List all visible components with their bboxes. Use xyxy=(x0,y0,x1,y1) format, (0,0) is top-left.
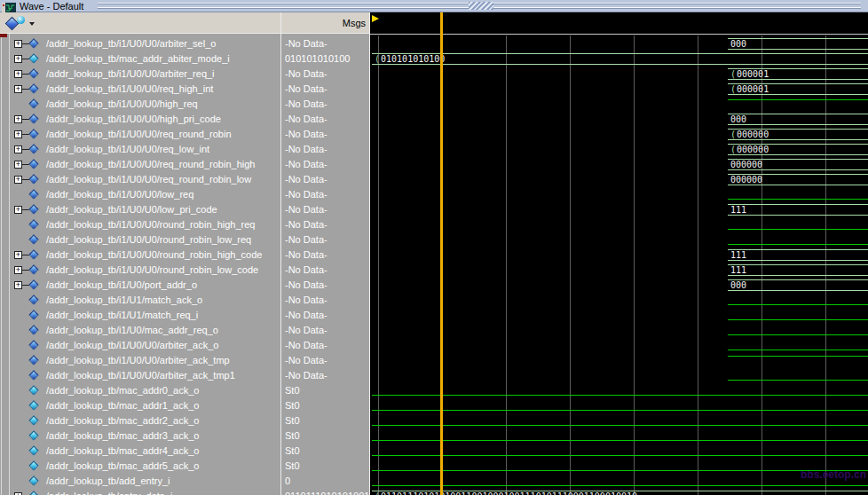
signal-value[interactable]: St0 xyxy=(281,459,369,474)
signal-row[interactable]: +/addr_lookup_tb/i1/U0/U0/req_low_int xyxy=(11,142,280,157)
signal-value[interactable]: St0 xyxy=(281,383,369,398)
signal-value[interactable]: 010101010100 xyxy=(281,51,369,67)
signal-value[interactable]: -No Data- xyxy=(281,263,369,278)
signal-row[interactable]: +/addr_lookup_tb/i1/U0/U0/high_pri_code xyxy=(11,112,280,127)
signal-row[interactable]: /addr_lookup_tb/i1/U0/U0/low_req xyxy=(11,187,280,202)
signal-value[interactable]: -No Data- xyxy=(281,323,369,338)
signal-value[interactable]: -No Data- xyxy=(281,157,369,172)
signal-value[interactable]: 0110111010101001100100010011101011100011… xyxy=(281,489,369,495)
expand-toggle[interactable]: + xyxy=(14,251,22,259)
wave-row[interactable] xyxy=(370,323,868,338)
wave-row[interactable]: 111 xyxy=(370,263,868,278)
signal-names-pane[interactable]: +/addr_lookup_tb/i1/U0/U0/arbiter_sel_o+… xyxy=(11,34,280,495)
signal-row[interactable]: /addr_lookup_tb/i1/U0/U0/arbiter_ack_tmp xyxy=(11,353,280,368)
signal-row[interactable]: +/addr_lookup_tb/i1/U0/port_addr_o xyxy=(11,278,280,293)
expand-toggle[interactable]: + xyxy=(14,85,22,93)
wave-row[interactable] xyxy=(370,428,868,444)
wave-row[interactable] xyxy=(370,413,868,428)
signal-row[interactable]: +/addr_lookup_tb/i1/U0/U0/req_round_robi… xyxy=(11,157,280,172)
signal-row[interactable]: +/addr_lookup_tb/i1/U0/U0/req_high_int xyxy=(11,82,280,97)
expand-toggle[interactable]: + xyxy=(14,281,22,289)
signal-row[interactable]: +/addr_lookup_tb/i1/U0/U0/arbiter_sel_o xyxy=(11,36,280,51)
signal-row[interactable]: +/addr_lookup_tb/i1/U0/U0/round_robin_hi… xyxy=(11,248,280,263)
signal-row[interactable]: +/addr_lookup_tb/i1/U0/U0/round_robin_lo… xyxy=(11,263,280,278)
expand-toggle[interactable]: + xyxy=(14,115,22,123)
expand-toggle[interactable]: + xyxy=(14,40,22,48)
signal-row[interactable]: +/addr_lookup_tb/i1/U0/U0/arbiter_req_i xyxy=(11,67,280,82)
expand-toggle[interactable]: + xyxy=(14,145,22,153)
expand-toggle[interactable]: + xyxy=(14,266,22,274)
wave-row[interactable]: (000001 xyxy=(370,67,868,82)
wave-row[interactable]: (000000 xyxy=(370,142,868,157)
signal-row[interactable]: +/addr_lookup_tb/mac_addr_abiter_mode_i xyxy=(11,51,280,67)
wave-row[interactable]: 111 xyxy=(370,202,868,217)
wave-row[interactable]: 000000 xyxy=(370,172,868,187)
column-splitter[interactable] xyxy=(280,12,281,495)
signal-value[interactable]: St0 xyxy=(281,428,369,444)
signal-row[interactable]: /addr_lookup_tb/i1/U0/U0/high_req xyxy=(11,97,280,112)
signal-value[interactable]: -No Data- xyxy=(281,187,369,202)
cursor-flag-icon[interactable] xyxy=(372,15,379,22)
wave-row[interactable]: 000000 xyxy=(370,157,868,172)
wave-row[interactable]: (010101010100 xyxy=(370,51,868,67)
signal-row[interactable]: /addr_lookup_tb/mac_addr4_ack_o xyxy=(11,444,280,459)
wave-row[interactable] xyxy=(370,474,868,489)
wave-rows[interactable]: 000(010101010100(000001(000001000(000000… xyxy=(370,36,868,495)
wave-row[interactable]: (000001 xyxy=(370,82,868,97)
signal-value[interactable]: -No Data- xyxy=(281,308,369,323)
signal-value[interactable]: -No Data- xyxy=(281,248,369,263)
titlebar-hatch[interactable] xyxy=(469,2,493,10)
signal-value[interactable]: -No Data- xyxy=(281,368,369,383)
signal-value[interactable]: St0 xyxy=(281,398,369,413)
signal-row[interactable]: /addr_lookup_tb/i1/U1/match_ack_o xyxy=(11,293,280,308)
signal-value[interactable]: -No Data- xyxy=(281,127,369,142)
signal-row[interactable]: /addr_lookup_tb/i1/U0/U0/arbiter_ack_o xyxy=(11,338,280,353)
signal-row[interactable]: +/addr_lookup_tb/entry_data_i xyxy=(11,489,280,495)
wave-row[interactable] xyxy=(370,459,868,474)
signal-row[interactable]: /addr_lookup_tb/i1/U0/mac_addr_req_o xyxy=(11,323,280,338)
expand-toggle[interactable]: + xyxy=(14,70,22,78)
signal-value[interactable]: -No Data- xyxy=(281,202,369,217)
wave-row[interactable] xyxy=(370,293,868,308)
expand-toggle[interactable]: + xyxy=(14,55,22,63)
expand-toggle[interactable]: + xyxy=(14,206,22,214)
wave-row[interactable] xyxy=(370,217,868,232)
signal-value[interactable]: -No Data- xyxy=(281,172,369,187)
signal-row[interactable]: +/addr_lookup_tb/i1/U0/U0/req_round_robi… xyxy=(11,127,280,142)
signal-row[interactable]: /addr_lookup_tb/add_entry_i xyxy=(11,474,280,489)
signal-value[interactable]: -No Data- xyxy=(281,36,369,51)
wave-row[interactable]: 000 xyxy=(370,112,868,127)
signal-value[interactable]: -No Data- xyxy=(281,82,369,97)
titlebar[interactable]: Wave - Default xyxy=(0,0,868,12)
wave-row[interactable] xyxy=(370,308,868,323)
wave-row[interactable]: 000 xyxy=(370,36,868,51)
wave-row[interactable] xyxy=(370,187,868,202)
wave-row[interactable] xyxy=(370,232,868,248)
signal-row[interactable]: /addr_lookup_tb/i1/U0/U0/round_robin_hig… xyxy=(11,217,280,232)
signal-row[interactable]: +/addr_lookup_tb/i1/U0/U0/req_round_robi… xyxy=(11,172,280,187)
signal-value[interactable]: -No Data- xyxy=(281,338,369,353)
signal-value[interactable]: -No Data- xyxy=(281,278,369,293)
signal-row[interactable]: /addr_lookup_tb/mac_addr2_ack_o xyxy=(11,413,280,428)
signal-row[interactable]: /addr_lookup_tb/mac_addr1_ack_o xyxy=(11,398,280,413)
wave-row[interactable] xyxy=(370,398,868,413)
wave-row[interactable] xyxy=(370,444,868,459)
time-cursor[interactable] xyxy=(440,12,443,495)
wave-row[interactable]: 111 xyxy=(370,248,868,263)
signal-values-pane[interactable]: -No Data-010101010100-No Data--No Data--… xyxy=(281,34,369,495)
wave-row[interactable]: 000 xyxy=(370,278,868,293)
signal-value[interactable]: -No Data- xyxy=(281,112,369,127)
expand-toggle[interactable]: + xyxy=(14,130,22,138)
wave-row[interactable] xyxy=(370,353,868,368)
signal-row[interactable]: /addr_lookup_tb/mac_addr0_ack_o xyxy=(11,383,280,398)
signal-row[interactable]: /addr_lookup_tb/i1/U0/U0/arbiter_ack_tmp… xyxy=(11,368,280,383)
signal-row[interactable]: /addr_lookup_tb/mac_addr3_ack_o xyxy=(11,428,280,444)
wave-row[interactable] xyxy=(370,368,868,383)
expand-toggle[interactable]: + xyxy=(14,176,22,184)
wave-row[interactable]: (000000 xyxy=(370,127,868,142)
signal-row[interactable]: /addr_lookup_tb/i1/U0/U0/round_robin_low… xyxy=(11,232,280,248)
signal-value[interactable]: -No Data- xyxy=(281,353,369,368)
signal-row[interactable]: /addr_lookup_tb/i1/U1/match_req_i xyxy=(11,308,280,323)
wave-row[interactable] xyxy=(370,338,868,353)
wave-row[interactable] xyxy=(370,97,868,112)
